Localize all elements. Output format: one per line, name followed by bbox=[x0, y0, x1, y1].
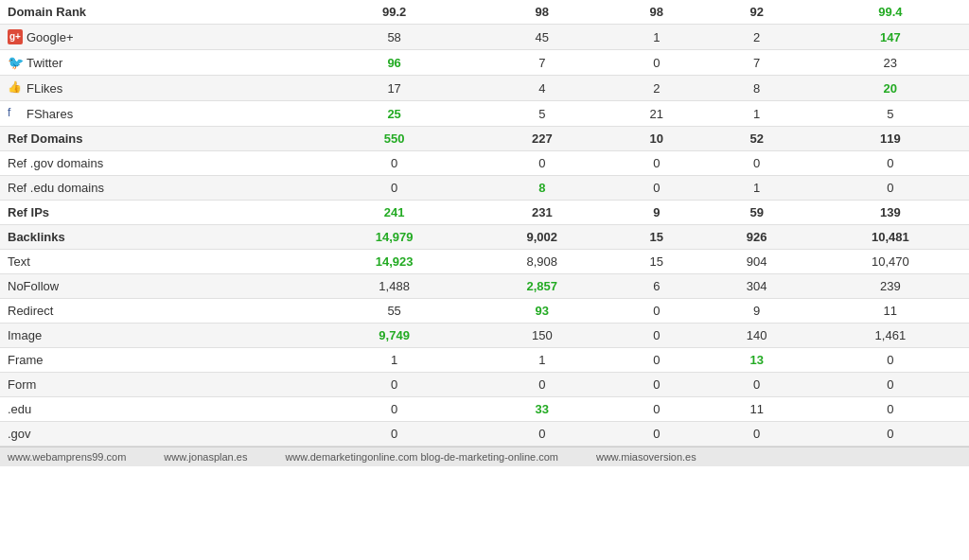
cell-redirect-col3: 9 bbox=[702, 299, 812, 324]
footer-bar: www.webamprens99.com www.jonasplan.es ww… bbox=[0, 446, 969, 466]
google-icon: g+ bbox=[8, 29, 23, 44]
footer-site-2: www.jonasplan.es bbox=[164, 451, 247, 463]
cell-backlinks-col4: 10,481 bbox=[812, 225, 969, 250]
row-label-ref-gov: Ref .gov domains bbox=[0, 151, 316, 176]
cell-gov-col0: 0 bbox=[316, 422, 473, 446]
cell-flikes-col3: 8 bbox=[702, 76, 812, 101]
cell-ref-domains-col1: 227 bbox=[473, 127, 611, 151]
cell-domain-rank-col0: 99.2 bbox=[316, 0, 473, 25]
cell-twitter-col3: 7 bbox=[702, 50, 812, 76]
cell-redirect-col1: 93 bbox=[473, 299, 611, 324]
cell-form-col2: 0 bbox=[611, 373, 702, 397]
cell-backlinks-col3: 926 bbox=[702, 225, 812, 250]
label-text-domain-rank: Domain Rank bbox=[8, 5, 86, 19]
table-row-flikes: 👍FLikes1742820 bbox=[0, 76, 969, 101]
cell-google-plus-col4: 147 bbox=[812, 25, 969, 50]
row-label-domain-rank: Domain Rank bbox=[0, 0, 316, 25]
cell-image-col3: 140 bbox=[702, 324, 812, 348]
cell-gov-col4: 0 bbox=[812, 422, 969, 446]
row-label-image: Image bbox=[0, 324, 316, 348]
label-text-fshares: FShares bbox=[26, 107, 73, 121]
table-row-domain-rank: Domain Rank99.298989299.4 bbox=[0, 0, 969, 25]
cell-ref-edu-col0: 0 bbox=[316, 176, 473, 201]
table-row-image: Image9,74915001401,461 bbox=[0, 324, 969, 348]
table-row-ref-domains: Ref Domains5502271052119 bbox=[0, 127, 969, 151]
footer-site-1: www.webamprens99.com bbox=[8, 451, 126, 463]
cell-gov-col1: 0 bbox=[473, 422, 611, 446]
cell-domain-rank-col4: 99.4 bbox=[812, 0, 969, 25]
label-text-twitter: Twitter bbox=[26, 56, 62, 70]
footer-site-3: www.demarketingonline.com blog-de-market… bbox=[285, 451, 558, 463]
row-label-nofollow: NoFollow bbox=[0, 274, 316, 299]
row-label-form: Form bbox=[0, 373, 316, 397]
table-row-ref-ips: Ref IPs241231959139 bbox=[0, 201, 969, 225]
cell-ref-edu-col2: 0 bbox=[611, 176, 702, 201]
cell-google-plus-col2: 1 bbox=[611, 25, 702, 50]
row-label-fshares: fFShares bbox=[0, 101, 316, 127]
footer-site-4: www.miasoversion.es bbox=[596, 451, 696, 463]
cell-ref-edu-col4: 0 bbox=[812, 176, 969, 201]
cell-domain-rank-col2: 98 bbox=[611, 0, 702, 25]
cell-redirect-col0: 55 bbox=[316, 299, 473, 324]
cell-frame-col2: 0 bbox=[611, 348, 702, 373]
label-text-gov: .gov bbox=[8, 427, 31, 441]
row-label-ref-ips: Ref IPs bbox=[0, 201, 316, 225]
cell-edu-col0: 0 bbox=[316, 397, 473, 422]
cell-edu-col1: 33 bbox=[473, 397, 611, 422]
table-row-form: Form00000 bbox=[0, 373, 969, 397]
row-label-gov: .gov bbox=[0, 422, 316, 446]
cell-frame-col4: 0 bbox=[812, 348, 969, 373]
table-row-ref-gov: Ref .gov domains00000 bbox=[0, 151, 969, 176]
cell-nofollow-col4: 239 bbox=[812, 274, 969, 299]
cell-ref-gov-col1: 0 bbox=[473, 151, 611, 176]
cell-ref-domains-col3: 52 bbox=[702, 127, 812, 151]
cell-twitter-col2: 0 bbox=[611, 50, 702, 76]
cell-edu-col2: 0 bbox=[611, 397, 702, 422]
label-text-ref-ips: Ref IPs bbox=[8, 205, 49, 219]
cell-redirect-col4: 11 bbox=[812, 299, 969, 324]
label-text-edu: .edu bbox=[8, 402, 31, 416]
cell-text-col0: 14,923 bbox=[316, 250, 473, 274]
label-text-form: Form bbox=[8, 377, 36, 392]
row-label-redirect: Redirect bbox=[0, 299, 316, 324]
cell-backlinks-col2: 15 bbox=[611, 225, 702, 250]
cell-text-col3: 904 bbox=[702, 250, 812, 274]
cell-ref-domains-col4: 119 bbox=[812, 127, 969, 151]
table-row-backlinks: Backlinks14,9799,0021592610,481 bbox=[0, 225, 969, 250]
table-row-google-plus: g+Google+584512147 bbox=[0, 25, 969, 50]
table-row-text: Text14,9238,9081590410,470 bbox=[0, 250, 969, 274]
cell-ref-ips-col1: 231 bbox=[473, 201, 611, 225]
cell-fshares-col2: 21 bbox=[611, 101, 702, 127]
label-text-image: Image bbox=[8, 328, 42, 342]
row-label-ref-domains: Ref Domains bbox=[0, 127, 316, 151]
cell-gov-col3: 0 bbox=[702, 422, 812, 446]
cell-ref-ips-col0: 241 bbox=[316, 201, 473, 225]
cell-ref-ips-col4: 139 bbox=[812, 201, 969, 225]
cell-fshares-col3: 1 bbox=[702, 101, 812, 127]
row-label-ref-edu: Ref .edu domains bbox=[0, 176, 316, 201]
cell-text-col2: 15 bbox=[611, 250, 702, 274]
table-row-redirect: Redirect55930911 bbox=[0, 299, 969, 324]
table-row-fshares: fFShares2552115 bbox=[0, 101, 969, 127]
cell-text-col1: 8,908 bbox=[473, 250, 611, 274]
cell-twitter-col1: 7 bbox=[473, 50, 611, 76]
cell-domain-rank-col1: 98 bbox=[473, 0, 611, 25]
row-label-flikes: 👍FLikes bbox=[0, 76, 316, 101]
cell-image-col2: 0 bbox=[611, 324, 702, 348]
row-label-frame: Frame bbox=[0, 348, 316, 373]
table-row-frame: Frame110130 bbox=[0, 348, 969, 373]
cell-image-col1: 150 bbox=[473, 324, 611, 348]
cell-form-col1: 0 bbox=[473, 373, 611, 397]
row-label-backlinks: Backlinks bbox=[0, 225, 316, 250]
label-text-redirect: Redirect bbox=[8, 304, 53, 318]
cell-fshares-col0: 25 bbox=[316, 101, 473, 127]
label-text-ref-gov: Ref .gov domains bbox=[8, 156, 103, 170]
cell-ref-gov-col2: 0 bbox=[611, 151, 702, 176]
table-row-gov: .gov00000 bbox=[0, 422, 969, 446]
label-text-frame: Frame bbox=[8, 353, 44, 367]
cell-ref-gov-col0: 0 bbox=[316, 151, 473, 176]
cell-image-col0: 9,749 bbox=[316, 324, 473, 348]
cell-flikes-col4: 20 bbox=[812, 76, 969, 101]
label-text-backlinks: Backlinks bbox=[8, 230, 65, 244]
cell-flikes-col1: 4 bbox=[473, 76, 611, 101]
